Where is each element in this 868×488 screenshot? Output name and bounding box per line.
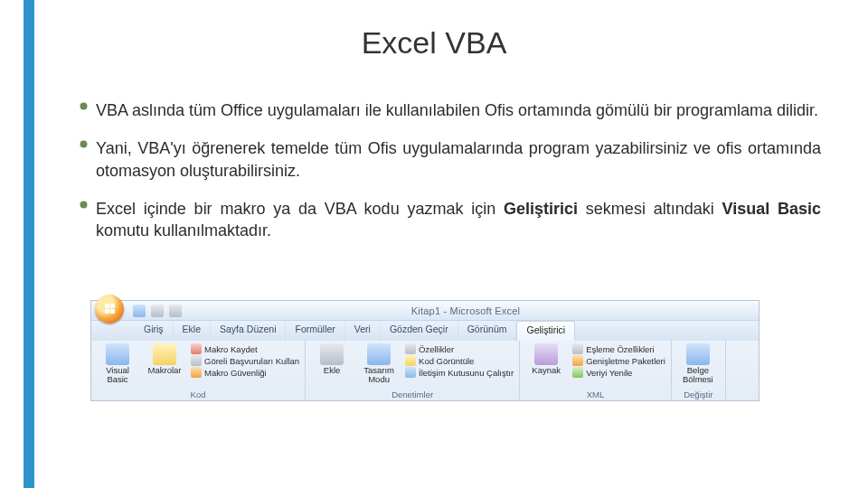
bullet-item: Yani, VBA'yı öğrenerek temelde tüm Ofis …: [80, 137, 821, 182]
slide-title: Excel VBA: [0, 25, 868, 61]
dialog-icon: [405, 367, 416, 378]
group-xml: Kaynak Eşleme Özellikleri Genişletme Pak…: [520, 341, 672, 400]
ribbon-tab[interactable]: Görünüm: [458, 321, 517, 341]
accent-bar: [24, 0, 34, 488]
bullet-item: VBA aslında tüm Office uygulamaları ile …: [80, 99, 821, 121]
button-caption: Ekle: [324, 366, 340, 375]
shield-icon: [191, 367, 202, 378]
bullet-dot-icon: [80, 137, 96, 182]
denetimler-small-buttons: Özellikler Kod Görüntüle İletişim Kutusu…: [405, 343, 514, 384]
bullet-text-fragment: Excel içinde bir makro ya da VBA kodu ya…: [96, 200, 504, 218]
group-label: Kod: [97, 389, 299, 400]
ribbon-tab[interactable]: Sayfa Düzeni: [211, 321, 286, 341]
button-label: Kod Görüntüle: [419, 356, 474, 366]
map-icon: [572, 343, 583, 354]
ribbon-groups: Visual Basic Makrolar Makro Kaydet Görel…: [91, 341, 759, 400]
properties-button[interactable]: Özellikler: [405, 343, 514, 354]
bullet-bold: Visual Basic: [722, 200, 822, 218]
xml-small-buttons: Eşleme Özellikleri Genişletme Paketleri …: [572, 343, 665, 378]
button-label: Özellikler: [419, 344, 454, 354]
record-macro-button[interactable]: Makro Kaydet: [191, 343, 299, 354]
macros-icon: [153, 343, 176, 365]
button-caption: Visual Basic: [97, 366, 138, 384]
design-mode-button[interactable]: Tasarım Modu: [358, 343, 400, 384]
ribbon-tab[interactable]: Veri: [345, 321, 381, 341]
save-icon[interactable]: [133, 305, 146, 317]
document-panel-button[interactable]: Belge Bölmesi: [677, 343, 719, 384]
bullet-text-fragment: sekmesi altındaki: [578, 200, 722, 218]
view-code-button[interactable]: Kod Görüntüle: [405, 355, 514, 366]
button-label: Göreli Başvuruları Kullan: [204, 356, 299, 366]
macro-security-button[interactable]: Makro Güvenliği: [191, 367, 299, 378]
button-label: İletişim Kutusunu Çalıştır: [419, 368, 514, 378]
insert-controls-button[interactable]: Ekle: [311, 343, 353, 384]
bullet-text: VBA aslında tüm Office uygulamaları ile …: [96, 99, 818, 121]
xml-source-button[interactable]: Kaynak: [525, 343, 567, 378]
refresh-icon: [572, 367, 583, 378]
map-props-button[interactable]: Eşleme Özellikleri: [572, 343, 665, 354]
relative-refs-button[interactable]: Göreli Başvuruları Kullan: [191, 355, 299, 366]
button-caption: Kaynak: [532, 366, 561, 375]
bullet-dot-icon: [80, 198, 96, 242]
svg-point-0: [80, 103, 88, 110]
bullet-text: Excel içinde bir makro ya da VBA kodu ya…: [96, 198, 821, 242]
button-label: Makro Güvenliği: [204, 368, 267, 378]
window-title: Kitap1 - Microsoft Excel: [182, 305, 759, 316]
refresh-data-button[interactable]: Veriyi Yenile: [572, 367, 665, 378]
undo-icon[interactable]: [151, 305, 164, 317]
svg-point-2: [80, 201, 88, 208]
quick-access-toolbar: [129, 305, 182, 317]
ribbon-tab[interactable]: Gözden Geçir: [381, 321, 458, 341]
document-icon: [686, 343, 710, 365]
button-label: Makro Kaydet: [204, 344, 258, 354]
office-button[interactable]: [95, 295, 124, 324]
office-logo-icon: [105, 304, 115, 314]
visual-basic-button[interactable]: Visual Basic: [97, 343, 138, 384]
button-label: Genişletme Paketleri: [586, 356, 665, 366]
bullet-item: Excel içinde bir makro ya da VBA kodu ya…: [80, 198, 821, 242]
bullet-text-fragment: komutu kullanılmaktadır.: [96, 221, 271, 239]
button-label: Eşleme Özellikleri: [586, 344, 655, 354]
xml-icon: [534, 343, 558, 365]
button-caption: Makrolar: [148, 366, 182, 375]
ribbon-tab[interactable]: Giriş: [135, 321, 174, 341]
record-icon: [191, 343, 202, 354]
insert-icon: [320, 343, 344, 365]
bullet-dot-icon: [80, 99, 96, 121]
group-denetimler: Ekle Tasarım Modu Özellikler Kod Görüntü…: [306, 341, 520, 400]
visual-basic-icon: [106, 343, 129, 365]
group-label: Değiştir: [677, 389, 720, 400]
excel-ribbon: Kitap1 - Microsoft Excel Giriş Ekle Sayf…: [90, 300, 760, 401]
ribbon-tab-developer[interactable]: Geliştirici: [516, 321, 575, 341]
button-caption: Belge Bölmesi: [677, 366, 719, 384]
group-degistir: Belge Bölmesi Değiştir: [672, 341, 726, 400]
expansion-packs-button[interactable]: Genişletme Paketleri: [572, 355, 665, 366]
group-label: Denetimler: [311, 389, 514, 400]
group-label: XML: [525, 389, 665, 400]
button-label: Veriyi Yenile: [586, 368, 632, 378]
kod-small-buttons: Makro Kaydet Göreli Başvuruları Kullan M…: [191, 343, 299, 384]
run-dialog-button[interactable]: İletişim Kutusunu Çalıştır: [405, 367, 514, 378]
group-kod: Visual Basic Makrolar Makro Kaydet Görel…: [91, 341, 306, 400]
bullet-text: Yani, VBA'yı öğrenerek temelde tüm Ofis …: [96, 137, 821, 182]
button-caption: Tasarım Modu: [358, 366, 400, 384]
ribbon-tabs: Giriş Ekle Sayfa Düzeni Formüller Veri G…: [91, 321, 759, 341]
properties-icon: [405, 343, 416, 354]
makrolar-button[interactable]: Makrolar: [144, 343, 185, 384]
design-icon: [367, 343, 391, 365]
bullet-list: VBA aslında tüm Office uygulamaları ile …: [80, 99, 821, 258]
slide-body: Excel VBA VBA aslında tüm Office uygulam…: [0, 0, 868, 488]
svg-point-1: [80, 141, 88, 148]
expansion-icon: [572, 355, 583, 366]
grid-icon: [191, 355, 202, 366]
title-bar: Kitap1 - Microsoft Excel: [91, 301, 759, 321]
ribbon-screenshot: Kitap1 - Microsoft Excel Giriş Ekle Sayf…: [90, 300, 760, 401]
redo-icon[interactable]: [169, 305, 182, 317]
ribbon-tab[interactable]: Ekle: [174, 321, 211, 341]
bullet-bold: Geliştirici: [504, 200, 578, 218]
code-icon: [405, 355, 416, 366]
ribbon-tab[interactable]: Formüller: [286, 321, 344, 341]
